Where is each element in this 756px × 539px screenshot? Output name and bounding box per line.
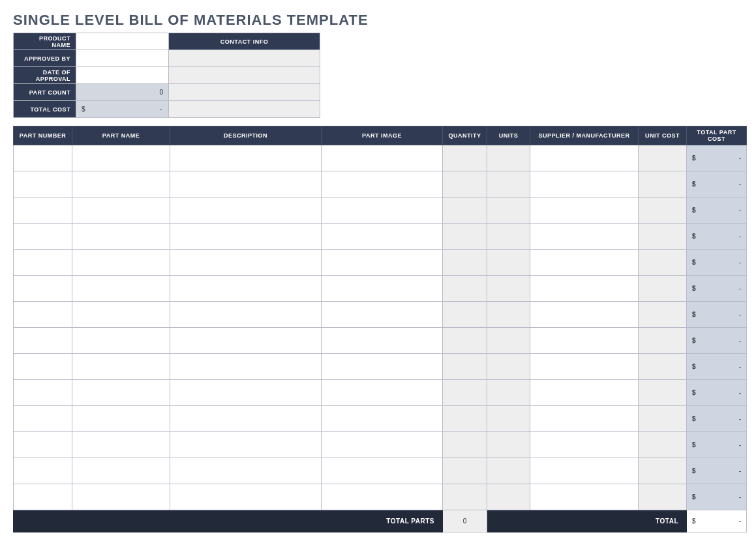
cell-units[interactable] <box>487 197 530 224</box>
cell-quantity[interactable] <box>443 197 487 224</box>
cell-part-image[interactable] <box>322 328 443 354</box>
cell-unit-cost[interactable] <box>639 458 687 484</box>
cell-part-number[interactable] <box>14 224 72 250</box>
cell-description[interactable] <box>170 276 322 302</box>
cell-supplier[interactable] <box>530 484 639 510</box>
cell-units[interactable] <box>487 250 530 276</box>
cell-description[interactable] <box>170 406 322 432</box>
cell-units[interactable] <box>487 380 530 406</box>
cell-description[interactable] <box>170 302 322 328</box>
cell-units[interactable] <box>487 224 530 250</box>
cell-part-image[interactable] <box>322 432 443 458</box>
cell-part-number[interactable] <box>14 458 72 484</box>
cell-part-image[interactable] <box>322 197 443 224</box>
cell-part-image[interactable] <box>322 171 443 197</box>
cell-part-name[interactable] <box>72 302 170 328</box>
cell-quantity[interactable] <box>443 250 487 276</box>
cell-description[interactable] <box>170 380 322 406</box>
cell-quantity[interactable] <box>443 458 487 484</box>
cell-description[interactable] <box>170 145 322 171</box>
cell-part-image[interactable] <box>322 380 443 406</box>
cell-unit-cost[interactable] <box>639 380 687 406</box>
cell-part-name[interactable] <box>72 354 170 380</box>
cell-quantity[interactable] <box>443 276 487 302</box>
cell-unit-cost[interactable] <box>639 171 687 197</box>
cell-unit-cost[interactable] <box>639 406 687 432</box>
cell-part-image[interactable] <box>322 406 443 432</box>
cell-part-name[interactable] <box>72 380 170 406</box>
cell-unit-cost[interactable] <box>639 328 687 354</box>
value-approved-by[interactable] <box>76 50 169 67</box>
cell-supplier[interactable] <box>530 354 639 380</box>
cell-supplier[interactable] <box>530 276 639 302</box>
contact-row-4[interactable] <box>169 101 320 118</box>
cell-unit-cost[interactable] <box>639 197 687 224</box>
cell-part-number[interactable] <box>14 432 72 458</box>
cell-supplier[interactable] <box>530 197 639 224</box>
cell-quantity[interactable] <box>443 224 487 250</box>
cell-supplier[interactable] <box>530 224 639 250</box>
cell-units[interactable] <box>487 432 530 458</box>
cell-description[interactable] <box>170 432 322 458</box>
cell-units[interactable] <box>487 171 530 197</box>
cell-part-number[interactable] <box>14 302 72 328</box>
value-date-of-approval[interactable] <box>76 67 169 84</box>
cell-supplier[interactable] <box>530 380 639 406</box>
cell-description[interactable] <box>170 171 322 197</box>
value-product-name[interactable] <box>76 33 169 50</box>
cell-supplier[interactable] <box>530 302 639 328</box>
cell-description[interactable] <box>170 328 322 354</box>
cell-description[interactable] <box>170 250 322 276</box>
cell-part-number[interactable] <box>14 380 72 406</box>
cell-unit-cost[interactable] <box>639 354 687 380</box>
cell-part-name[interactable] <box>72 276 170 302</box>
contact-row-3[interactable] <box>169 84 320 101</box>
cell-unit-cost[interactable] <box>639 432 687 458</box>
cell-part-image[interactable] <box>322 484 443 510</box>
cell-supplier[interactable] <box>530 406 639 432</box>
cell-part-number[interactable] <box>14 276 72 302</box>
cell-part-image[interactable] <box>322 250 443 276</box>
cell-quantity[interactable] <box>443 145 487 171</box>
cell-part-number[interactable] <box>14 484 72 510</box>
cell-part-number[interactable] <box>14 171 72 197</box>
cell-quantity[interactable] <box>443 302 487 328</box>
cell-units[interactable] <box>487 145 530 171</box>
cell-unit-cost[interactable] <box>639 224 687 250</box>
cell-part-image[interactable] <box>322 276 443 302</box>
cell-part-name[interactable] <box>72 406 170 432</box>
cell-part-name[interactable] <box>72 171 170 197</box>
cell-part-number[interactable] <box>14 250 72 276</box>
cell-units[interactable] <box>487 458 530 484</box>
cell-part-number[interactable] <box>14 145 72 171</box>
cell-quantity[interactable] <box>443 432 487 458</box>
cell-units[interactable] <box>487 406 530 432</box>
cell-part-number[interactable] <box>14 354 72 380</box>
cell-supplier[interactable] <box>530 250 639 276</box>
cell-quantity[interactable] <box>443 171 487 197</box>
cell-part-name[interactable] <box>72 432 170 458</box>
cell-description[interactable] <box>170 224 322 250</box>
cell-part-name[interactable] <box>72 328 170 354</box>
cell-quantity[interactable] <box>443 484 487 510</box>
cell-units[interactable] <box>487 276 530 302</box>
cell-part-name[interactable] <box>72 224 170 250</box>
cell-part-number[interactable] <box>14 406 72 432</box>
cell-unit-cost[interactable] <box>639 276 687 302</box>
cell-description[interactable] <box>170 197 322 224</box>
cell-quantity[interactable] <box>443 328 487 354</box>
cell-units[interactable] <box>487 484 530 510</box>
cell-description[interactable] <box>170 458 322 484</box>
cell-supplier[interactable] <box>530 328 639 354</box>
cell-unit-cost[interactable] <box>639 302 687 328</box>
cell-part-name[interactable] <box>72 458 170 484</box>
cell-part-number[interactable] <box>14 328 72 354</box>
cell-supplier[interactable] <box>530 145 639 171</box>
contact-row-1[interactable] <box>169 50 320 67</box>
cell-description[interactable] <box>170 354 322 380</box>
cell-part-name[interactable] <box>72 484 170 510</box>
cell-quantity[interactable] <box>443 354 487 380</box>
cell-supplier[interactable] <box>530 432 639 458</box>
cell-units[interactable] <box>487 302 530 328</box>
cell-part-image[interactable] <box>322 224 443 250</box>
